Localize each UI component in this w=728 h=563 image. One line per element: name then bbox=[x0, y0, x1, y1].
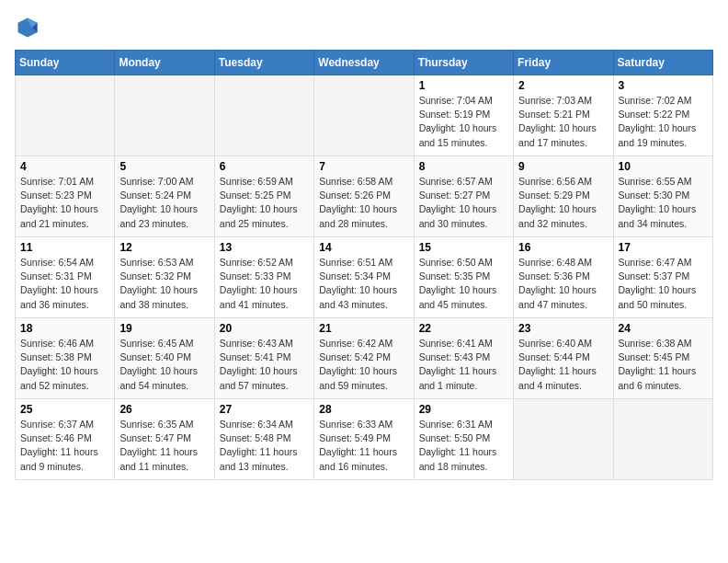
day-number: 16 bbox=[518, 241, 608, 254]
day-number: 1 bbox=[419, 79, 508, 92]
calendar-cell: 25Sunrise: 6:37 AM Sunset: 5:46 PM Dayli… bbox=[16, 399, 115, 480]
day-info: Sunrise: 6:38 AM Sunset: 5:45 PM Dayligh… bbox=[619, 337, 708, 393]
day-info: Sunrise: 6:41 AM Sunset: 5:43 PM Dayligh… bbox=[419, 337, 508, 393]
calendar-cell: 29Sunrise: 6:31 AM Sunset: 5:50 PM Dayli… bbox=[414, 399, 513, 480]
day-number: 5 bbox=[119, 160, 209, 173]
day-number: 22 bbox=[419, 322, 508, 335]
weekday-header-sunday: Sunday bbox=[16, 51, 115, 75]
weekday-header-thursday: Thursday bbox=[414, 51, 513, 75]
calendar-cell: 10Sunrise: 6:55 AM Sunset: 5:30 PM Dayli… bbox=[613, 156, 712, 237]
day-number: 13 bbox=[220, 241, 309, 254]
day-number: 3 bbox=[619, 79, 708, 92]
day-number: 25 bbox=[20, 403, 109, 416]
day-info: Sunrise: 6:33 AM Sunset: 5:49 PM Dayligh… bbox=[319, 418, 408, 474]
day-info: Sunrise: 7:00 AM Sunset: 5:24 PM Dayligh… bbox=[119, 175, 209, 231]
calendar-cell: 16Sunrise: 6:48 AM Sunset: 5:36 PM Dayli… bbox=[514, 237, 613, 318]
calendar-cell: 19Sunrise: 6:45 AM Sunset: 5:40 PM Dayli… bbox=[115, 318, 214, 399]
calendar-cell: 18Sunrise: 6:46 AM Sunset: 5:38 PM Dayli… bbox=[16, 318, 115, 399]
calendar-cell: 26Sunrise: 6:35 AM Sunset: 5:47 PM Dayli… bbox=[115, 399, 214, 480]
day-number: 8 bbox=[419, 160, 508, 173]
weekday-header-wednesday: Wednesday bbox=[314, 51, 414, 75]
calendar-cell: 3Sunrise: 7:02 AM Sunset: 5:22 PM Daylig… bbox=[613, 75, 712, 156]
day-info: Sunrise: 7:01 AM Sunset: 5:23 PM Dayligh… bbox=[20, 175, 109, 231]
calendar-cell: 21Sunrise: 6:42 AM Sunset: 5:42 PM Dayli… bbox=[314, 318, 414, 399]
calendar-cell bbox=[115, 75, 214, 156]
calendar-cell: 27Sunrise: 6:34 AM Sunset: 5:48 PM Dayli… bbox=[214, 399, 313, 480]
day-info: Sunrise: 6:52 AM Sunset: 5:33 PM Dayligh… bbox=[220, 256, 309, 312]
day-info: Sunrise: 7:03 AM Sunset: 5:21 PM Dayligh… bbox=[518, 94, 608, 150]
day-info: Sunrise: 6:47 AM Sunset: 5:37 PM Dayligh… bbox=[619, 256, 708, 312]
calendar-table: SundayMondayTuesdayWednesdayThursdayFrid… bbox=[15, 50, 713, 480]
calendar-cell: 28Sunrise: 6:33 AM Sunset: 5:49 PM Dayli… bbox=[314, 399, 414, 480]
calendar-cell: 22Sunrise: 6:41 AM Sunset: 5:43 PM Dayli… bbox=[414, 318, 513, 399]
calendar-cell: 11Sunrise: 6:54 AM Sunset: 5:31 PM Dayli… bbox=[16, 237, 115, 318]
day-number: 15 bbox=[419, 241, 508, 254]
day-info: Sunrise: 6:42 AM Sunset: 5:42 PM Dayligh… bbox=[319, 337, 408, 393]
day-info: Sunrise: 6:45 AM Sunset: 5:40 PM Dayligh… bbox=[119, 337, 209, 393]
calendar-week-row: 11Sunrise: 6:54 AM Sunset: 5:31 PM Dayli… bbox=[16, 237, 713, 318]
day-info: Sunrise: 6:53 AM Sunset: 5:32 PM Dayligh… bbox=[119, 256, 209, 312]
day-info: Sunrise: 6:34 AM Sunset: 5:48 PM Dayligh… bbox=[220, 418, 309, 474]
day-number: 2 bbox=[518, 79, 608, 92]
day-info: Sunrise: 6:43 AM Sunset: 5:41 PM Dayligh… bbox=[220, 337, 309, 393]
calendar-cell bbox=[613, 399, 712, 480]
day-number: 9 bbox=[518, 160, 608, 173]
day-info: Sunrise: 6:35 AM Sunset: 5:47 PM Dayligh… bbox=[119, 418, 209, 474]
calendar-cell: 7Sunrise: 6:58 AM Sunset: 5:26 PM Daylig… bbox=[314, 156, 414, 237]
day-number: 17 bbox=[619, 241, 708, 254]
calendar-cell: 9Sunrise: 6:56 AM Sunset: 5:29 PM Daylig… bbox=[514, 156, 613, 237]
calendar-cell bbox=[16, 75, 115, 156]
weekday-header-saturday: Saturday bbox=[613, 51, 712, 75]
calendar-cell: 8Sunrise: 6:57 AM Sunset: 5:27 PM Daylig… bbox=[414, 156, 513, 237]
day-number: 14 bbox=[319, 241, 408, 254]
day-number: 10 bbox=[619, 160, 708, 173]
calendar-week-row: 25Sunrise: 6:37 AM Sunset: 5:46 PM Dayli… bbox=[16, 399, 713, 480]
day-number: 21 bbox=[319, 322, 408, 335]
calendar-cell: 24Sunrise: 6:38 AM Sunset: 5:45 PM Dayli… bbox=[613, 318, 712, 399]
day-number: 7 bbox=[319, 160, 408, 173]
day-info: Sunrise: 6:40 AM Sunset: 5:44 PM Dayligh… bbox=[518, 337, 608, 393]
day-info: Sunrise: 6:37 AM Sunset: 5:46 PM Dayligh… bbox=[20, 418, 109, 474]
day-number: 28 bbox=[319, 403, 408, 416]
calendar-cell: 12Sunrise: 6:53 AM Sunset: 5:32 PM Dayli… bbox=[115, 237, 214, 318]
calendar-cell: 17Sunrise: 6:47 AM Sunset: 5:37 PM Dayli… bbox=[613, 237, 712, 318]
day-info: Sunrise: 6:54 AM Sunset: 5:31 PM Dayligh… bbox=[20, 256, 109, 312]
day-number: 24 bbox=[619, 322, 708, 335]
day-number: 18 bbox=[20, 322, 109, 335]
day-number: 11 bbox=[20, 241, 109, 254]
day-number: 4 bbox=[20, 160, 109, 173]
day-number: 23 bbox=[518, 322, 608, 335]
day-info: Sunrise: 6:56 AM Sunset: 5:29 PM Dayligh… bbox=[518, 175, 608, 231]
day-info: Sunrise: 7:04 AM Sunset: 5:19 PM Dayligh… bbox=[419, 94, 508, 150]
calendar-cell bbox=[314, 75, 414, 156]
logo-icon bbox=[15, 15, 40, 40]
day-info: Sunrise: 6:46 AM Sunset: 5:38 PM Dayligh… bbox=[20, 337, 109, 393]
page-header bbox=[15, 15, 713, 40]
calendar-cell: 14Sunrise: 6:51 AM Sunset: 5:34 PM Dayli… bbox=[314, 237, 414, 318]
day-number: 12 bbox=[119, 241, 209, 254]
day-info: Sunrise: 6:58 AM Sunset: 5:26 PM Dayligh… bbox=[319, 175, 408, 231]
day-number: 19 bbox=[119, 322, 209, 335]
calendar-week-row: 18Sunrise: 6:46 AM Sunset: 5:38 PM Dayli… bbox=[16, 318, 713, 399]
weekday-header-row: SundayMondayTuesdayWednesdayThursdayFrid… bbox=[16, 51, 713, 75]
weekday-header-friday: Friday bbox=[514, 51, 613, 75]
day-info: Sunrise: 6:55 AM Sunset: 5:30 PM Dayligh… bbox=[619, 175, 708, 231]
calendar-cell: 13Sunrise: 6:52 AM Sunset: 5:33 PM Dayli… bbox=[214, 237, 313, 318]
day-info: Sunrise: 7:02 AM Sunset: 5:22 PM Dayligh… bbox=[619, 94, 708, 150]
day-info: Sunrise: 6:50 AM Sunset: 5:35 PM Dayligh… bbox=[419, 256, 508, 312]
day-info: Sunrise: 6:48 AM Sunset: 5:36 PM Dayligh… bbox=[518, 256, 608, 312]
calendar-cell: 20Sunrise: 6:43 AM Sunset: 5:41 PM Dayli… bbox=[214, 318, 313, 399]
day-info: Sunrise: 6:31 AM Sunset: 5:50 PM Dayligh… bbox=[419, 418, 508, 474]
calendar-cell: 23Sunrise: 6:40 AM Sunset: 5:44 PM Dayli… bbox=[514, 318, 613, 399]
calendar-cell: 15Sunrise: 6:50 AM Sunset: 5:35 PM Dayli… bbox=[414, 237, 513, 318]
calendar-cell bbox=[214, 75, 313, 156]
calendar-cell: 5Sunrise: 7:00 AM Sunset: 5:24 PM Daylig… bbox=[115, 156, 214, 237]
calendar-cell: 6Sunrise: 6:59 AM Sunset: 5:25 PM Daylig… bbox=[214, 156, 313, 237]
day-number: 29 bbox=[419, 403, 508, 416]
calendar-cell: 1Sunrise: 7:04 AM Sunset: 5:19 PM Daylig… bbox=[414, 75, 513, 156]
day-number: 26 bbox=[119, 403, 209, 416]
day-number: 6 bbox=[220, 160, 309, 173]
logo bbox=[15, 15, 44, 40]
calendar-cell bbox=[514, 399, 613, 480]
calendar-cell: 2Sunrise: 7:03 AM Sunset: 5:21 PM Daylig… bbox=[514, 75, 613, 156]
